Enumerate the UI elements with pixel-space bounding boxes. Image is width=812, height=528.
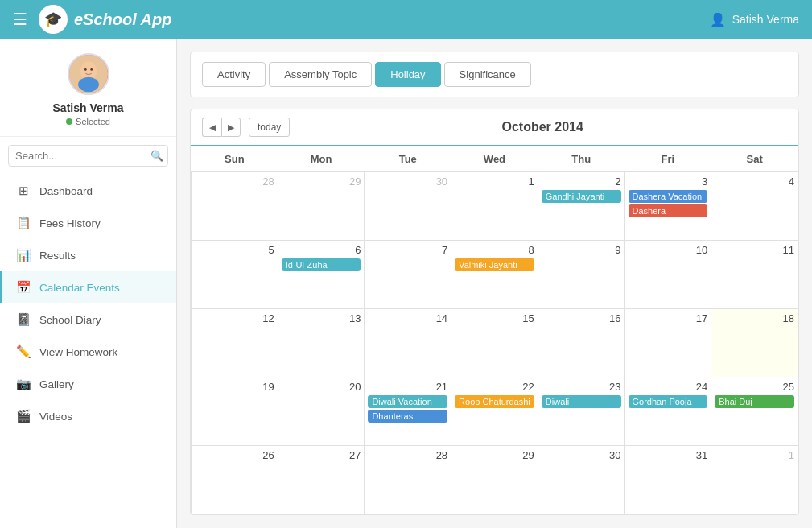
search-box[interactable]: 🔍	[8, 145, 168, 167]
calendar-cell-0-4[interactable]: 2Gandhi Jayanti	[538, 172, 624, 241]
calendar-cell-1-2[interactable]: 7	[365, 241, 451, 309]
user-icon: 👤	[710, 12, 726, 27]
calendar-cell-2-2[interactable]: 14	[365, 309, 451, 377]
sidebar-item-gallery[interactable]: 📷 Gallery	[0, 368, 176, 400]
cell-number: 13	[282, 312, 361, 324]
calendar-cell-3-3[interactable]: 22Roop Chaturdashi	[451, 377, 538, 446]
avatar	[68, 53, 109, 95]
event-pill[interactable]: Id-Ul-Zuha	[282, 258, 361, 271]
calendar-cell-1-3[interactable]: 8Valmiki Jayanti	[451, 241, 538, 309]
calendar-cell-2-4[interactable]: 16	[538, 309, 624, 377]
calendar-cell-0-5[interactable]: 3Dashera VacationDashera	[624, 172, 711, 241]
calendar-cell-1-4[interactable]: 9	[538, 241, 624, 309]
logo-area: 🎓 eSchool App	[39, 5, 171, 34]
event-pill[interactable]: Dhanteras	[368, 410, 447, 423]
calendar-cell-4-6[interactable]: 1	[711, 446, 798, 514]
event-pill[interactable]: Dashera Vacation	[629, 190, 708, 203]
cell-number: 7	[368, 244, 447, 256]
sidebar-item-videos[interactable]: 🎬 Videos	[0, 400, 176, 432]
sidebar-item-school-diary[interactable]: 📓 School Diary	[0, 303, 176, 336]
svg-point-2	[81, 63, 95, 79]
tab-activity[interactable]: Activity	[202, 62, 266, 87]
search-input[interactable]	[15, 150, 150, 162]
sidebar-item-results[interactable]: 📊 Results	[0, 239, 176, 271]
calendar-cell-3-2[interactable]: 21Diwali VacationDhanteras	[365, 377, 451, 446]
cell-number: 26	[195, 449, 274, 461]
cell-number: 31	[629, 449, 708, 461]
day-header-tue: Tue	[365, 146, 451, 172]
cell-number: 1	[715, 449, 794, 461]
cell-number: 9	[542, 244, 621, 256]
event-pill[interactable]: Gordhan Pooja	[629, 395, 708, 408]
calendar-cell-4-5[interactable]: 31	[624, 446, 711, 514]
hamburger-icon[interactable]: ☰	[13, 10, 27, 29]
calendar-cell-0-0[interactable]: 28	[192, 172, 278, 241]
calendar-cell-2-1[interactable]: 13	[278, 309, 365, 377]
sidebar-label-gallery: Gallery	[39, 378, 74, 390]
calendar-row-0: 28293012Gandhi Jayanti3Dashera VacationD…	[192, 172, 798, 241]
calendar-cell-3-6[interactable]: 25Bhai Duj	[711, 377, 798, 446]
profile-section: Satish Verma Selected	[0, 39, 176, 137]
event-pill[interactable]: Valmiki Jayanti	[455, 258, 534, 271]
tab-holiday[interactable]: Holiday	[375, 62, 440, 87]
calendar-cell-1-6[interactable]: 11	[711, 241, 798, 309]
status-text: Selected	[76, 117, 110, 126]
main-layout: Satish Verma Selected 🔍 ⊞ Dashboard 📋 Fe…	[0, 39, 812, 528]
tab-assembly-topic[interactable]: Assembly Topic	[269, 62, 372, 87]
calendar-grid: Sun Mon Tue Wed Thu Fri Sat 28293012Gand…	[191, 146, 798, 514]
calendar-row-3: 192021Diwali VacationDhanteras22Roop Cha…	[192, 377, 798, 446]
nav-left: ☰ 🎓 eSchool App	[13, 5, 171, 34]
cell-number: 10	[629, 244, 708, 256]
calendar-events-icon: 📅	[15, 280, 31, 295]
sidebar-label-results: Results	[39, 250, 76, 262]
calendar-cell-4-1[interactable]: 27	[278, 446, 365, 514]
today-button[interactable]: today	[249, 118, 290, 137]
cell-number: 29	[455, 449, 534, 461]
cal-prev-btn[interactable]: ◀	[202, 118, 221, 137]
cal-next-btn[interactable]: ▶	[221, 118, 241, 137]
calendar-cell-1-0[interactable]: 5	[192, 241, 278, 309]
calendar-wrapper: ◀ ▶ today October 2014 Sun Mon Tue Wed T…	[190, 109, 799, 515]
cell-number: 29	[282, 175, 361, 188]
calendar-cell-4-4[interactable]: 30	[538, 446, 624, 514]
calendar-cell-4-2[interactable]: 28	[365, 446, 451, 514]
event-pill[interactable]: Dashera	[629, 204, 708, 217]
sidebar-item-fees-history[interactable]: 📋 Fees History	[0, 207, 176, 239]
calendar-cell-1-1[interactable]: 6Id-Ul-Zuha	[278, 241, 365, 309]
cell-number: 2	[542, 175, 621, 188]
tabs-bar: Activity Assembly Topic Holiday Signific…	[190, 52, 799, 97]
sidebar-label-view-homework: View Homework	[39, 346, 117, 358]
sidebar-item-dashboard[interactable]: ⊞ Dashboard	[0, 175, 176, 207]
event-pill[interactable]: Bhai Duj	[715, 395, 794, 408]
calendar-cell-2-5[interactable]: 17	[624, 309, 711, 377]
calendar-cell-4-0[interactable]: 26	[192, 446, 278, 514]
cell-number: 12	[195, 312, 274, 324]
calendar-cell-3-0[interactable]: 19	[192, 377, 278, 446]
sidebar-label-dashboard: Dashboard	[39, 185, 93, 197]
calendar-cell-2-3[interactable]: 15	[451, 309, 538, 377]
sidebar-item-calendar-events[interactable]: 📅 Calendar Events	[0, 271, 176, 303]
event-pill[interactable]: Gandhi Jayanti	[542, 190, 621, 203]
calendar-cell-3-4[interactable]: 23Diwali	[538, 377, 624, 446]
sidebar-nav: ⊞ Dashboard 📋 Fees History 📊 Results 📅 C…	[0, 175, 176, 432]
event-pill[interactable]: Roop Chaturdashi	[455, 395, 534, 408]
event-pill[interactable]: Diwali Vacation	[368, 395, 447, 408]
calendar-cell-3-1[interactable]: 20	[278, 377, 365, 446]
app-logo: 🎓	[39, 5, 68, 34]
calendar-cell-3-5[interactable]: 24Gordhan Pooja	[624, 377, 711, 446]
calendar-cell-0-3[interactable]: 1	[451, 172, 538, 241]
tab-significance[interactable]: Significance	[444, 62, 531, 87]
calendar-row-4: 2627282930311	[192, 446, 798, 514]
sidebar-label-calendar-events: Calendar Events	[39, 282, 120, 294]
calendar-cell-0-2[interactable]: 30	[365, 172, 451, 241]
calendar-cell-2-0[interactable]: 12	[192, 309, 278, 377]
calendar-cell-4-3[interactable]: 29	[451, 446, 538, 514]
event-pill[interactable]: Diwali	[542, 395, 621, 408]
sidebar-item-view-homework[interactable]: ✏️ View Homework	[0, 336, 176, 368]
app-title: eSchool App	[74, 10, 171, 29]
calendar-cell-0-6[interactable]: 4	[711, 172, 798, 241]
calendar-cell-2-6[interactable]: 18	[711, 309, 798, 377]
calendar-cell-0-1[interactable]: 29	[278, 172, 365, 241]
school-diary-icon: 📓	[15, 312, 31, 327]
calendar-cell-1-5[interactable]: 10	[624, 241, 711, 309]
